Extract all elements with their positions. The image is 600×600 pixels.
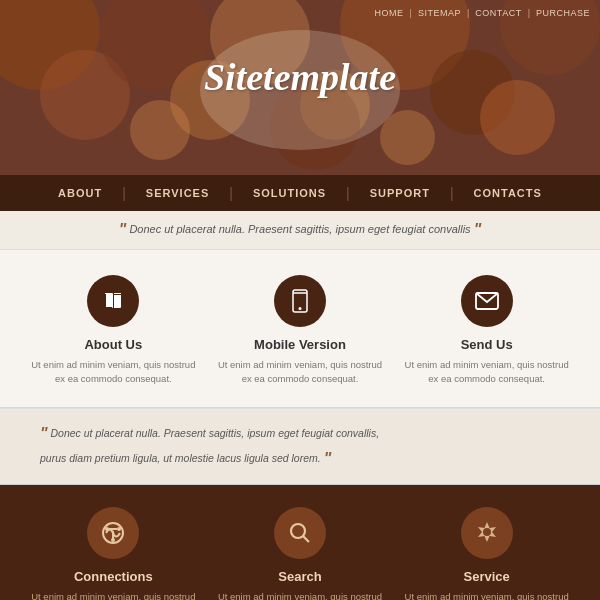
service-service: Service Ut enim ad minim veniam, quis no…: [402, 507, 572, 600]
open-quote-2: ": [40, 425, 48, 442]
site-title: Sitetemplate: [0, 55, 600, 99]
quote-text-2: " Donec ut placerat nulla. Praesent sagi…: [40, 421, 560, 472]
nav-support[interactable]: SUPPORT: [350, 187, 450, 199]
email-icon: [461, 275, 513, 327]
svg-point-3: [298, 307, 301, 310]
service-service-text: Ut enim ad minim veniam, quis nostrud ex…: [402, 590, 572, 600]
top-nav-sep2: |: [467, 8, 469, 18]
nav-contacts[interactable]: CONTACTS: [454, 187, 562, 199]
feature-send-title: Send Us: [402, 337, 572, 352]
top-navigation: HOME | SITEMAP | CONTACT | PURCHASE: [375, 8, 590, 18]
feature-about-title: About Us: [28, 337, 198, 352]
service-search-title: Search: [215, 569, 385, 584]
feature-about: About Us Ut enim ad minim veniam, quis n…: [28, 275, 198, 387]
feature-send: Send Us Ut enim ad minim veniam, quis no…: [402, 275, 572, 387]
mobile-icon: [274, 275, 326, 327]
svg-point-12: [483, 528, 491, 536]
services-section: Connections Ut enim ad minim veniam, qui…: [0, 485, 600, 600]
main-navigation: ABOUT | SERVICES | SOLUTIONS | SUPPORT |…: [0, 175, 600, 211]
search-icon: [274, 507, 326, 559]
svg-rect-0: [106, 294, 112, 307]
nav-services[interactable]: SERVICES: [126, 187, 229, 199]
features-section: About Us Ut enim ad minim veniam, quis n…: [0, 250, 600, 408]
service-service-title: Service: [402, 569, 572, 584]
svg-rect-1: [114, 295, 120, 307]
top-nav-home[interactable]: HOME: [375, 8, 404, 18]
service-icon: [461, 507, 513, 559]
feature-mobile-title: Mobile Version: [215, 337, 385, 352]
top-nav-sep1: |: [410, 8, 412, 18]
service-connections: Connections Ut enim ad minim veniam, qui…: [28, 507, 198, 600]
svg-point-10: [291, 524, 305, 538]
feature-mobile: Mobile Version Ut enim ad minim veniam, …: [215, 275, 385, 387]
service-connections-text: Ut enim ad minim veniam, quis nostrud ex…: [28, 590, 198, 600]
open-quote-1: ": [119, 221, 127, 238]
quote-banner-1: " Donec ut placerat nulla. Praesent sagi…: [0, 211, 600, 250]
close-quote-2: ": [324, 450, 332, 467]
svg-point-7: [105, 527, 109, 531]
top-nav-purchase[interactable]: PURCHASE: [536, 8, 590, 18]
nav-solutions[interactable]: SOLUTIONS: [233, 187, 346, 199]
quote-banner-2: " Donec ut placerat nulla. Praesent sagi…: [0, 408, 600, 485]
service-search-text: Ut enim ad minim veniam, quis nostrud ex…: [215, 590, 385, 600]
top-nav-sep3: |: [528, 8, 530, 18]
svg-point-9: [111, 538, 115, 542]
svg-point-8: [117, 527, 121, 531]
feature-about-text: Ut enim ad minim veniam, quis nostrud ex…: [28, 358, 198, 387]
close-quote-1: ": [474, 221, 482, 238]
service-search: Search Ut enim ad minim veniam, quis nos…: [215, 507, 385, 600]
feature-send-text: Ut enim ad minim veniam, quis nostrud ex…: [402, 358, 572, 387]
header-title-container: Sitetemplate: [0, 55, 600, 99]
feature-mobile-text: Ut enim ad minim veniam, quis nostrud ex…: [215, 358, 385, 387]
nav-about[interactable]: ABOUT: [38, 187, 122, 199]
top-nav-sitemap[interactable]: SITEMAP: [418, 8, 461, 18]
svg-line-11: [303, 536, 309, 542]
quote-text-1: " Donec ut placerat nulla. Praesent sagi…: [30, 221, 570, 239]
book-icon: [87, 275, 139, 327]
service-connections-title: Connections: [28, 569, 198, 584]
header: HOME | SITEMAP | CONTACT | PURCHASE Site…: [0, 0, 600, 175]
connections-icon: [87, 507, 139, 559]
top-nav-contact[interactable]: CONTACT: [475, 8, 521, 18]
